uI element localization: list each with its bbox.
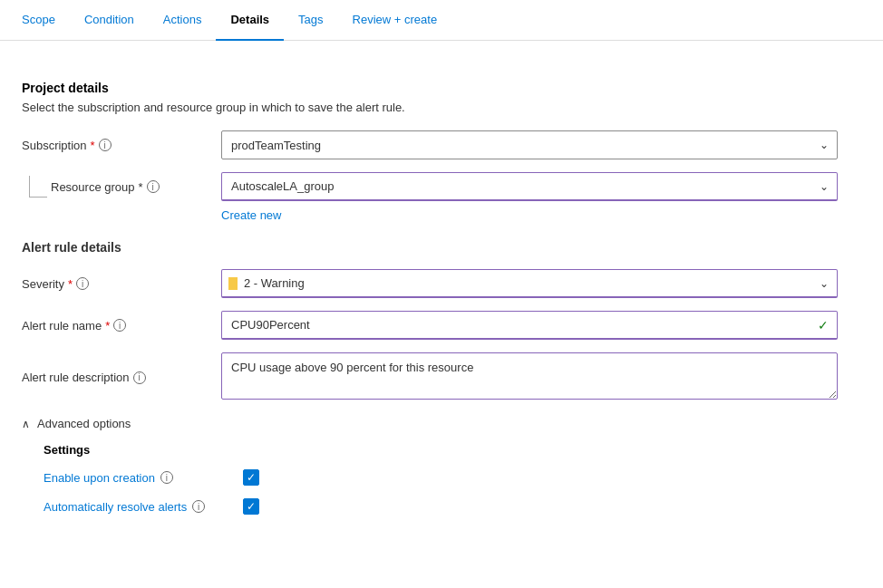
tab-review-create[interactable]: Review + create <box>338 0 452 41</box>
resource-group-control: AutoscaleLA_group ⌄ <box>221 172 838 201</box>
tab-condition[interactable]: Condition <box>70 0 149 41</box>
alert-rule-desc-control: CPU usage above 90 percent for this reso… <box>221 352 838 402</box>
project-details-desc: Select the subscription and resource gro… <box>22 101 849 114</box>
severity-control: 2 - Warning ⌄ <box>221 269 838 298</box>
tab-details[interactable]: Details <box>216 0 284 41</box>
resource-group-label: Resource group * i <box>51 180 160 194</box>
subscription-select-wrapper: prodTeamTesting ⌄ <box>221 130 838 159</box>
severity-info-icon[interactable]: i <box>76 277 89 290</box>
severity-select-wrapper: 2 - Warning ⌄ <box>221 269 838 298</box>
main-content: Project details Select the subscription … <box>0 41 870 549</box>
alert-rule-desc-info-icon[interactable]: i <box>133 371 146 384</box>
alert-rule-title: Alert rule details <box>22 240 849 255</box>
advanced-options-toggle[interactable]: ∧ Advanced options <box>22 417 849 430</box>
advanced-collapse-icon: ∧ <box>22 418 30 430</box>
indent-line: Resource group * i <box>22 176 221 198</box>
advanced-options-label: Advanced options <box>37 417 131 430</box>
subscription-required: * <box>91 139 95 152</box>
severity-label: Severity * i <box>22 277 221 291</box>
severity-select[interactable]: 2 - Warning <box>221 269 838 298</box>
project-details-section: Project details Select the subscription … <box>22 81 849 222</box>
resource-group-info-icon[interactable]: i <box>147 180 160 193</box>
enable-upon-creation-checkbox[interactable]: ✓ <box>243 469 259 486</box>
alert-rule-name-label: Alert rule name * i <box>22 319 221 333</box>
alert-rule-desc-label: Alert rule description i <box>22 371 221 384</box>
subscription-select[interactable]: prodTeamTesting <box>221 130 838 159</box>
alert-rule-name-control: ✓ <box>221 311 838 340</box>
nav-tabs: Scope Condition Actions Details Tags Rev… <box>0 0 883 41</box>
alert-rule-name-input[interactable] <box>221 311 838 340</box>
alert-rule-name-check-icon: ✓ <box>818 318 829 333</box>
project-details-title: Project details <box>22 81 849 95</box>
alert-rule-name-required: * <box>105 319 110 333</box>
severity-row: Severity * i 2 - Warning ⌄ <box>22 269 849 298</box>
enable-upon-creation-row: Enable upon creation i ✓ <box>44 469 849 486</box>
alert-rule-name-info-icon[interactable]: i <box>113 319 126 332</box>
auto-resolve-row: Automatically resolve alerts i ✓ <box>44 498 849 515</box>
alert-rule-desc-input[interactable]: CPU usage above 90 percent for this reso… <box>221 352 838 400</box>
subscription-info-icon[interactable]: i <box>99 139 112 151</box>
create-new-link[interactable]: Create new <box>221 208 281 222</box>
tab-actions[interactable]: Actions <box>149 0 217 41</box>
auto-resolve-checkbox[interactable]: ✓ <box>243 498 259 515</box>
alert-rule-name-input-wrapper: ✓ <box>221 311 838 340</box>
tab-scope[interactable]: Scope <box>18 0 70 41</box>
enable-creation-checkmark: ✓ <box>247 471 256 484</box>
alert-rule-desc-row: Alert rule description i CPU usage above… <box>22 352 849 402</box>
enable-creation-info-icon[interactable]: i <box>160 471 173 484</box>
subscription-row: Subscription * i prodTeamTesting ⌄ <box>22 130 849 159</box>
auto-resolve-info-icon[interactable]: i <box>192 500 205 513</box>
advanced-options-section: ∧ Advanced options Settings Enable upon … <box>22 417 849 515</box>
indent-branch <box>29 176 47 198</box>
auto-resolve-label: Automatically resolve alerts i <box>44 500 243 514</box>
advanced-options-content: Settings Enable upon creation i ✓ Automa… <box>22 443 849 515</box>
auto-resolve-checkbox-wrapper: ✓ <box>243 498 259 515</box>
severity-required: * <box>68 277 73 291</box>
auto-resolve-checkmark: ✓ <box>247 500 256 513</box>
resource-group-required: * <box>139 180 143 194</box>
alert-rule-section: Alert rule details Severity * i 2 - Warn… <box>22 240 849 402</box>
tab-tags[interactable]: Tags <box>284 0 337 41</box>
enable-upon-creation-checkbox-wrapper: ✓ <box>243 469 259 486</box>
severity-indicator <box>228 277 238 290</box>
alert-rule-name-row: Alert rule name * i ✓ <box>22 311 849 340</box>
subscription-label: Subscription * i <box>22 139 221 152</box>
settings-label: Settings <box>44 443 849 457</box>
subscription-control: prodTeamTesting ⌄ <box>221 130 838 159</box>
enable-upon-creation-label: Enable upon creation i <box>44 471 243 485</box>
resource-group-row: Resource group * i AutoscaleLA_group ⌄ <box>22 172 849 201</box>
resource-group-select-wrapper: AutoscaleLA_group ⌄ <box>221 172 838 201</box>
resource-group-select[interactable]: AutoscaleLA_group <box>221 172 838 201</box>
